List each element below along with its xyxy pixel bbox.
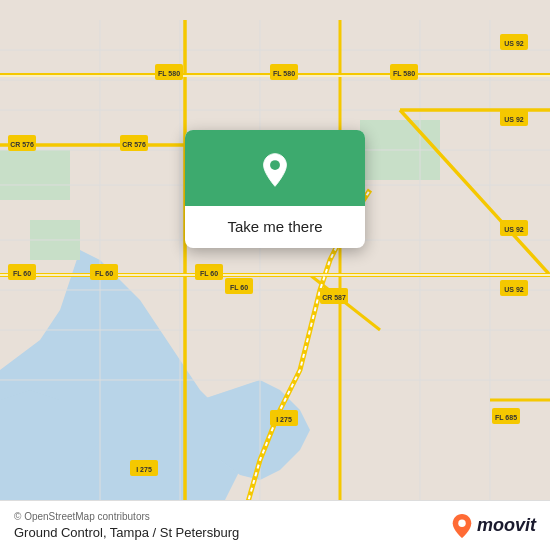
svg-text:I 275: I 275 xyxy=(276,416,292,423)
svg-text:FL 685: FL 685 xyxy=(495,414,517,421)
bottom-bar-info: © OpenStreetMap contributors Ground Cont… xyxy=(14,511,239,540)
svg-text:FL 60: FL 60 xyxy=(13,270,31,277)
svg-text:CR 576: CR 576 xyxy=(10,141,34,148)
svg-text:CR 576: CR 576 xyxy=(122,141,146,148)
moovit-pin-icon xyxy=(451,513,473,539)
svg-text:US 92: US 92 xyxy=(504,286,524,293)
copyright-text: © OpenStreetMap contributors xyxy=(14,511,239,522)
svg-text:FL 580: FL 580 xyxy=(393,70,415,77)
location-label: Ground Control, Tampa / St Petersburg xyxy=(14,525,239,540)
svg-text:US 92: US 92 xyxy=(504,226,524,233)
svg-text:I 275: I 275 xyxy=(136,466,152,473)
svg-text:CR 587: CR 587 xyxy=(322,294,346,301)
bottom-bar: © OpenStreetMap contributors Ground Cont… xyxy=(0,500,550,550)
svg-text:FL 580: FL 580 xyxy=(158,70,180,77)
moovit-logo[interactable]: moovit xyxy=(451,513,536,539)
popup-card-bottom: Take me there xyxy=(185,206,365,248)
location-popup: Take me there xyxy=(185,130,365,248)
take-me-there-button[interactable]: Take me there xyxy=(227,218,322,235)
svg-point-64 xyxy=(270,160,280,170)
svg-rect-2 xyxy=(0,150,70,200)
svg-text:US 92: US 92 xyxy=(504,40,524,47)
svg-text:FL 60: FL 60 xyxy=(200,270,218,277)
svg-text:FL 580: FL 580 xyxy=(273,70,295,77)
svg-text:US 92: US 92 xyxy=(504,116,524,123)
svg-text:FL 60: FL 60 xyxy=(230,284,248,291)
map-container: CR 576 CR 576 FL 580 FL 580 FL 580 US 92… xyxy=(0,0,550,550)
svg-point-65 xyxy=(458,519,465,526)
moovit-brand-label: moovit xyxy=(477,515,536,536)
svg-text:FL 60: FL 60 xyxy=(95,270,113,277)
location-pin-icon xyxy=(257,152,293,188)
popup-card-top xyxy=(185,130,365,206)
